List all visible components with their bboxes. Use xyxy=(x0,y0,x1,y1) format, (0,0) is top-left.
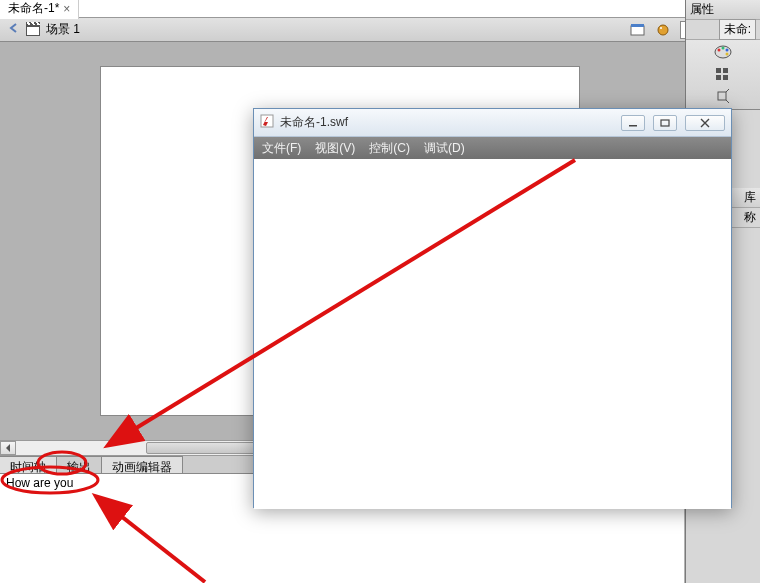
swatches-icon[interactable] xyxy=(713,44,733,60)
swf-window-title: 未命名-1.swf xyxy=(280,114,613,131)
swf-content-area xyxy=(254,159,731,509)
svg-rect-14 xyxy=(261,115,273,127)
name-label: 称 xyxy=(744,209,756,226)
scroll-left-arrow-icon[interactable] xyxy=(0,441,16,455)
swf-menubar: 文件(F) 视图(V) 控制(C) 调试(D) xyxy=(254,137,731,159)
tab-timeline[interactable]: 时间轴 xyxy=(0,456,57,473)
panel-icon-strip xyxy=(686,40,760,110)
svg-point-7 xyxy=(726,49,729,52)
edit-symbol-icon[interactable] xyxy=(654,20,674,40)
maximize-button[interactable] xyxy=(653,115,677,131)
minimize-button[interactable] xyxy=(621,115,645,131)
scene-icon xyxy=(26,24,40,36)
tab-output[interactable]: 输出 xyxy=(57,456,102,473)
flash-file-icon xyxy=(260,114,274,131)
svg-point-2 xyxy=(658,25,668,35)
svg-point-8 xyxy=(726,53,729,56)
back-arrow-icon[interactable] xyxy=(8,22,20,37)
svg-rect-1 xyxy=(631,24,644,27)
properties-panel-row: 未命: xyxy=(686,20,760,40)
svg-rect-12 xyxy=(723,75,728,80)
tab-anim-editor[interactable]: 动画编辑器 xyxy=(102,456,183,473)
menu-control[interactable]: 控制(C) xyxy=(369,140,410,157)
svg-point-3 xyxy=(660,27,662,29)
close-tab-icon[interactable]: × xyxy=(63,2,70,16)
svg-point-6 xyxy=(722,47,725,50)
document-tab-label: 未命名-1* xyxy=(8,0,59,17)
svg-rect-9 xyxy=(716,68,721,73)
svg-rect-0 xyxy=(631,26,644,35)
tab-anim-editor-label: 动画编辑器 xyxy=(112,460,172,474)
align-icon[interactable] xyxy=(713,66,733,82)
svg-point-5 xyxy=(718,49,721,52)
document-tab-bar: 未命名-1* × xyxy=(0,0,760,18)
tab-timeline-label: 时间轴 xyxy=(10,460,46,474)
document-tab[interactable]: 未命名-1* × xyxy=(0,0,79,19)
svg-rect-16 xyxy=(661,120,669,126)
svg-rect-15 xyxy=(629,125,637,127)
svg-rect-11 xyxy=(716,75,721,80)
svg-rect-10 xyxy=(723,68,728,73)
properties-panel-header[interactable]: 属性 xyxy=(686,0,760,20)
close-button[interactable] xyxy=(685,115,725,131)
library-label: 库 xyxy=(744,189,756,206)
swf-titlebar[interactable]: 未命名-1.swf xyxy=(254,109,731,137)
scene-toolbar: 场景 1 100% xyxy=(0,18,760,42)
output-text: How are you xyxy=(6,476,73,490)
tab-output-label: 输出 xyxy=(67,460,91,474)
svg-rect-13 xyxy=(718,92,726,100)
swf-player-window[interactable]: 未命名-1.swf 文件(F) 视图(V) 控制(C) 调试(D) xyxy=(253,108,732,508)
edit-scene-icon[interactable] xyxy=(628,20,648,40)
menu-debug[interactable]: 调试(D) xyxy=(424,140,465,157)
scene-name: 场景 1 xyxy=(46,21,80,38)
transform-icon[interactable] xyxy=(713,89,733,105)
properties-label: 属性 xyxy=(690,1,714,18)
undefined-name-field[interactable]: 未命: xyxy=(719,19,756,40)
menu-view[interactable]: 视图(V) xyxy=(315,140,355,157)
menu-file[interactable]: 文件(F) xyxy=(262,140,301,157)
